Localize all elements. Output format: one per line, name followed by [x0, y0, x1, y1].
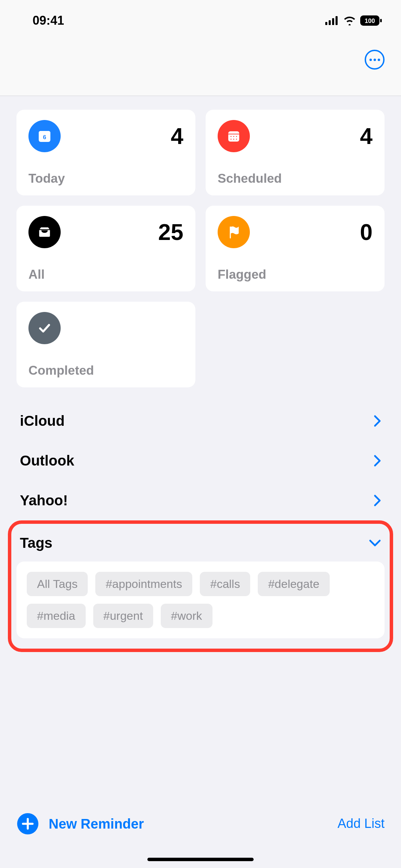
svg-rect-1: [329, 20, 331, 25]
svg-point-16: [233, 139, 234, 140]
today-label: Today: [28, 171, 183, 186]
tag-appointments[interactable]: #appointments: [95, 572, 192, 596]
calendar-scheduled-icon: [218, 120, 250, 152]
tags-list: All Tags #appointments #calls #delegate …: [27, 572, 374, 628]
tags-header[interactable]: Tags: [16, 531, 385, 562]
home-indicator[interactable]: [147, 858, 254, 861]
svg-point-14: [236, 136, 237, 137]
svg-point-13: [233, 136, 234, 137]
more-button[interactable]: [365, 50, 385, 70]
tag-calls[interactable]: #calls: [200, 572, 250, 596]
more-dot: [369, 59, 372, 61]
nav-bar: [0, 41, 401, 96]
tag-delegate[interactable]: #delegate: [258, 572, 329, 596]
svg-text:6: 6: [43, 134, 46, 141]
tags-card: All Tags #appointments #calls #delegate …: [16, 562, 385, 638]
chevron-right-icon: [374, 494, 381, 507]
account-icloud-label: iCloud: [20, 413, 65, 429]
tag-urgent[interactable]: #urgent: [93, 604, 153, 628]
add-list-button[interactable]: Add List: [338, 816, 385, 831]
plus-icon: [17, 813, 38, 834]
svg-text:100: 100: [365, 17, 375, 24]
account-outlook-label: Outlook: [20, 453, 74, 469]
flagged-count: 0: [360, 219, 373, 245]
chevron-right-icon: [374, 455, 381, 467]
svg-rect-5: [380, 19, 382, 22]
scheduled-label: Scheduled: [218, 171, 373, 186]
new-reminder-button[interactable]: New Reminder: [17, 813, 144, 834]
calendar-today-icon: 6: [28, 120, 61, 152]
svg-rect-2: [332, 18, 334, 25]
account-icloud[interactable]: iCloud: [16, 401, 385, 441]
card-scheduled[interactable]: 4 Scheduled: [206, 110, 385, 195]
card-all[interactable]: 25 All: [16, 206, 195, 291]
svg-rect-3: [336, 16, 338, 25]
svg-rect-0: [325, 22, 327, 25]
svg-point-15: [231, 139, 232, 140]
scheduled-count: 4: [360, 123, 373, 149]
chevron-down-icon: [369, 539, 381, 547]
more-dot: [378, 59, 380, 61]
card-flagged[interactable]: 0 Flagged: [206, 206, 385, 291]
card-today[interactable]: 6 4 Today: [16, 110, 195, 195]
account-outlook[interactable]: Outlook: [16, 441, 385, 481]
accounts-list: iCloud Outlook Yahoo! Tags All Tags #app…: [16, 401, 385, 652]
all-label: All: [28, 267, 183, 282]
tray-icon: [28, 216, 61, 248]
main-content: 6 4 Today 4 Scheduled: [0, 96, 401, 652]
tags-highlight: Tags All Tags #appointments #calls #dele…: [8, 520, 393, 652]
smart-lists-grid: 6 4 Today 4 Scheduled: [16, 110, 385, 387]
all-count: 25: [158, 219, 183, 245]
completed-label: Completed: [28, 363, 183, 378]
svg-point-17: [236, 139, 237, 140]
tag-media[interactable]: #media: [27, 604, 86, 628]
new-reminder-label: New Reminder: [49, 816, 144, 832]
chevron-right-icon: [374, 415, 381, 427]
checkmark-icon: [28, 312, 61, 344]
card-completed[interactable]: Completed: [16, 302, 195, 387]
status-time: 09:41: [33, 13, 64, 28]
account-yahoo[interactable]: Yahoo!: [16, 481, 385, 520]
tags-title: Tags: [20, 535, 52, 551]
today-count: 4: [171, 123, 183, 149]
tag-work[interactable]: #work: [161, 604, 212, 628]
flag-icon: [218, 216, 250, 248]
wifi-icon: [343, 16, 356, 25]
cellular-icon: [325, 16, 339, 25]
more-dot: [374, 59, 376, 61]
svg-point-12: [231, 136, 232, 137]
status-icons: 100: [325, 15, 382, 26]
account-yahoo-label: Yahoo!: [20, 492, 68, 509]
battery-icon: 100: [360, 15, 382, 26]
tag-all[interactable]: All Tags: [27, 572, 88, 596]
status-bar: 09:41 100: [0, 0, 401, 41]
flagged-label: Flagged: [218, 267, 373, 282]
